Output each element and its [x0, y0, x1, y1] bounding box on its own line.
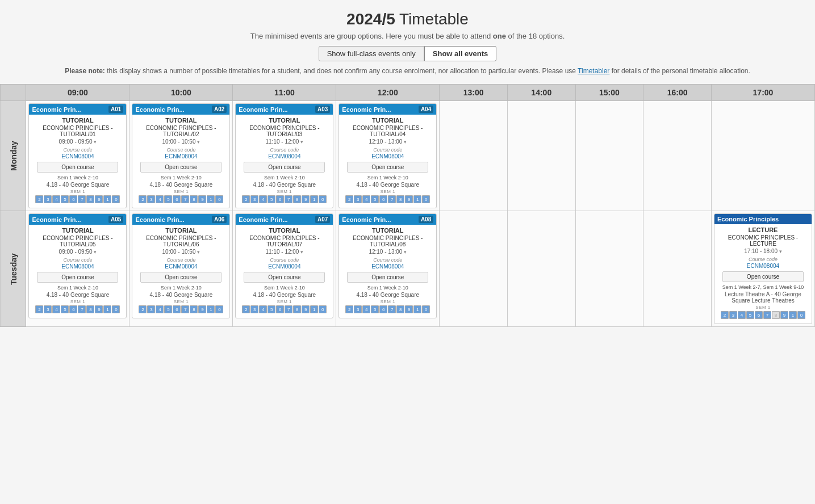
wb: 8	[190, 195, 198, 203]
wb: 0	[422, 305, 430, 313]
page-header: 2024/5 Timetable The minimised events ar…	[0, 0, 815, 84]
time-12: 12:00	[336, 85, 440, 101]
wb: 4	[156, 195, 164, 203]
location-a07: 4.18 - 40 George Square	[239, 292, 329, 298]
page-title: 2024/5 Timetable	[6, 10, 809, 28]
time-header-row: 09:00 10:00 11:00 12:00 13:00 14:00 15:0…	[1, 85, 815, 101]
monday-16-cell	[643, 101, 712, 211]
event-type-a04: TUTORIAL	[342, 117, 433, 124]
badge-a06: A06	[212, 216, 227, 223]
week-boxes-a06: 2 3 4 5 6 7 8 9 1 0	[136, 305, 226, 313]
wb: 2	[242, 305, 250, 313]
monday-14-cell	[507, 101, 575, 211]
year-bold: 2024/5	[346, 10, 395, 28]
location-lecture: Lecture Theatre A - 40 George Square Lec…	[718, 291, 808, 304]
open-course-a04[interactable]: Open course	[347, 162, 428, 173]
time-15: 15:00	[575, 85, 643, 101]
event-time-a05: 09:00 - 09:50 ▾	[32, 249, 123, 255]
tuesday-17-cell: Economic Principles LECTURE ECONOMIC PRI…	[711, 211, 814, 327]
event-body-a03: TUTORIAL ECONOMIC PRINCIPLES - TUTORIAL/…	[236, 115, 333, 208]
wb: 0	[319, 195, 327, 203]
wb: 6	[755, 311, 763, 319]
open-course-a07[interactable]: Open course	[244, 272, 325, 283]
time-14: 14:00	[507, 85, 575, 101]
sem-a04: SEM 1	[342, 189, 433, 194]
event-title-a05: Economic Prin...	[32, 216, 81, 223]
badge-a03: A03	[315, 106, 330, 113]
event-body-a05: TUTORIAL ECONOMIC PRINCIPLES - TUTORIAL/…	[29, 225, 126, 318]
timetabler-link[interactable]: Timetabler	[578, 67, 609, 75]
wb: 7	[388, 305, 396, 313]
subtitle: The minimised events are group options. …	[6, 32, 809, 40]
monday-15-cell	[575, 101, 643, 211]
tuesday-09-cell: Economic Prin... A05 TUTORIAL ECONOMIC P…	[26, 211, 129, 327]
wb: 0	[215, 195, 223, 203]
wb: 5	[371, 195, 379, 203]
wb: 1	[789, 311, 797, 319]
event-time-a01: 09:00 - 09:50 ▾	[32, 138, 123, 145]
open-course-a03[interactable]: Open course	[244, 162, 325, 173]
wb: 4	[738, 311, 746, 319]
wb: 7	[285, 305, 292, 313]
wb: 7	[181, 305, 189, 313]
event-card-a06: Economic Prin... A06 TUTORIAL ECONOMIC P…	[132, 213, 230, 318]
tuesday-15-cell	[575, 211, 643, 327]
week-boxes-a04: 2 3 4 5 6 7 8 9 1 0	[342, 195, 433, 203]
monday-09-cell: Economic Prin... A01 TUTORIAL ECONOMIC P…	[26, 101, 129, 211]
event-type-a01: TUTORIAL	[32, 117, 123, 124]
event-body-a02: TUTORIAL ECONOMIC PRINCIPLES - TUTORIAL/…	[132, 115, 229, 208]
wb: 7	[78, 305, 86, 313]
event-type-a05: TUTORIAL	[32, 227, 123, 234]
week-boxes-a05: 2 3 4 5 6 7 8 9 1 0	[32, 305, 123, 313]
time-09: 09:00	[26, 85, 129, 101]
full-class-button[interactable]: Show full-class events only	[319, 46, 424, 61]
event-header-a05: Economic Prin... A05	[29, 214, 126, 225]
wb: 5	[61, 195, 69, 203]
week-boxes-a01: 2 3 4 5 6 7 8 9 1 0	[32, 195, 123, 203]
monday-10-cell: Economic Prin... A02 TUTORIAL ECONOMIC P…	[129, 101, 233, 211]
week-boxes-a07: 2 3 4 5 6 7 8 9 1 0	[239, 305, 329, 313]
sem-a03: SEM 1	[239, 189, 329, 194]
wb: 4	[156, 305, 164, 313]
wb: 9	[780, 311, 788, 319]
event-card-a05: Economic Prin... A05 TUTORIAL ECONOMIC P…	[28, 213, 127, 318]
monday-17-cell	[711, 101, 814, 211]
event-title-a08: Economic Prin...	[342, 216, 391, 223]
event-header-a02: Economic Prin... A02	[132, 104, 229, 115]
event-time-lecture: 17:10 - 18:00 ▾	[718, 248, 808, 254]
course-label-a05: Course code	[32, 257, 123, 263]
wb: 2	[35, 195, 43, 203]
monday-12-cell: Economic Prin... A04 TUTORIAL ECONOMIC P…	[336, 101, 440, 211]
event-header-a06: Economic Prin... A06	[132, 214, 229, 225]
wb: 0	[797, 311, 805, 319]
badge-a07: A07	[315, 216, 330, 223]
weeks-a04: Sem 1 Week 2-10	[342, 175, 433, 180]
wb: 7	[388, 195, 396, 203]
open-course-a01[interactable]: Open course	[37, 162, 118, 173]
wb: 9	[198, 195, 206, 203]
wb: 6	[379, 305, 387, 313]
open-course-lecture[interactable]: Open course	[722, 271, 804, 282]
wb: 7	[181, 195, 189, 203]
tuesday-row: Tuesday Economic Prin... A05 TUTORIAL EC…	[1, 211, 815, 327]
wb: 4	[52, 195, 60, 203]
course-code-a05: ECNM08004	[32, 263, 123, 270]
event-header-a07: Economic Prin... A07	[236, 214, 333, 225]
course-label-a08: Course code	[342, 257, 433, 263]
show-all-button[interactable]: Show all events	[424, 46, 497, 61]
course-code-a03: ECNM08004	[239, 153, 329, 159]
wb: 3	[729, 311, 737, 319]
week-boxes-a02: 2 3 4 5 6 7 8 9 1 0	[136, 195, 226, 203]
open-course-a05[interactable]: Open course	[37, 272, 118, 283]
course-code-a06: ECNM08004	[136, 263, 226, 270]
event-name-a08: ECONOMIC PRINCIPLES - TUTORIAL/08	[342, 235, 433, 247]
open-course-a08[interactable]: Open course	[347, 272, 428, 283]
open-course-a02[interactable]: Open course	[140, 162, 221, 173]
event-name-a06: ECONOMIC PRINCIPLES - TUTORIAL/06	[136, 235, 226, 247]
badge-a05: A05	[108, 216, 123, 223]
wb: 5	[268, 305, 275, 313]
wb: 3	[250, 305, 258, 313]
open-course-a06[interactable]: Open course	[140, 272, 221, 283]
wb: 3	[354, 195, 362, 203]
location-a04: 4.18 - 40 George Square	[342, 182, 433, 188]
